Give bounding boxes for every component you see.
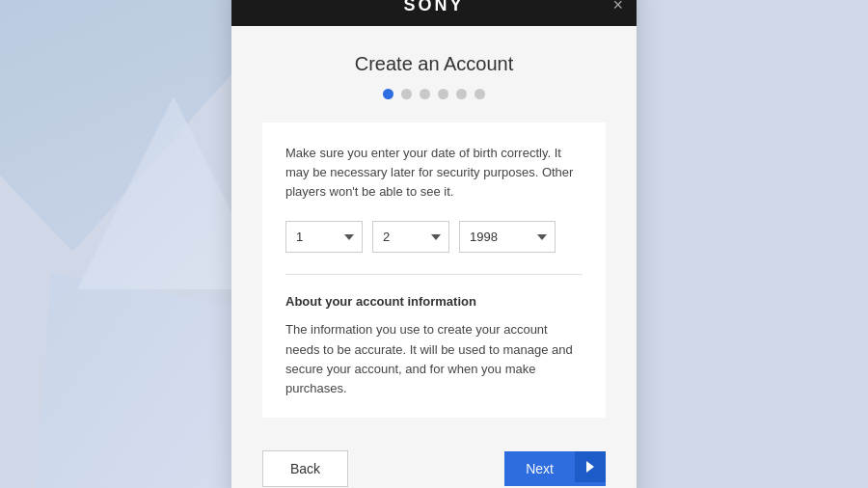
step-dot-3: [420, 89, 430, 99]
next-button[interactable]: Next: [504, 451, 606, 486]
account-info-title: About your account information: [285, 294, 583, 309]
step-dot-5: [456, 89, 467, 99]
arrow-right-icon: [586, 461, 594, 473]
sony-logo: SONY: [403, 0, 464, 15]
back-button[interactable]: Back: [262, 450, 348, 487]
step-indicator: [262, 89, 606, 99]
day-select[interactable]: 1 2 3 4 5: [285, 221, 363, 253]
next-arrow: [575, 451, 606, 482]
modal-body: Create an Account Make sure you enter yo…: [231, 26, 637, 437]
modal-window: SONY × Create an Account Make sure you e…: [231, 0, 637, 488]
page-title: Create an Account: [262, 53, 606, 75]
step-dot-2: [401, 89, 412, 99]
step-dot-6: [475, 89, 485, 99]
next-button-label: Next: [504, 451, 575, 486]
date-row: 1 2 3 4 5 1 2 3 1998 1997 1999: [285, 221, 583, 253]
month-select[interactable]: 1 2 3: [372, 221, 449, 253]
step-dot-4: [438, 89, 448, 99]
divider: [285, 274, 583, 275]
modal-footer: Back Next: [231, 437, 637, 488]
account-info-text: The information you use to create your a…: [285, 320, 583, 398]
dob-info-text: Make sure you enter your date of birth c…: [285, 144, 583, 202]
content-area: Make sure you enter your date of birth c…: [262, 122, 606, 418]
close-button[interactable]: ×: [612, 0, 623, 14]
modal-header: SONY ×: [231, 0, 637, 26]
step-dot-1: [383, 89, 393, 99]
year-select[interactable]: 1998 1997 1999: [459, 221, 556, 253]
